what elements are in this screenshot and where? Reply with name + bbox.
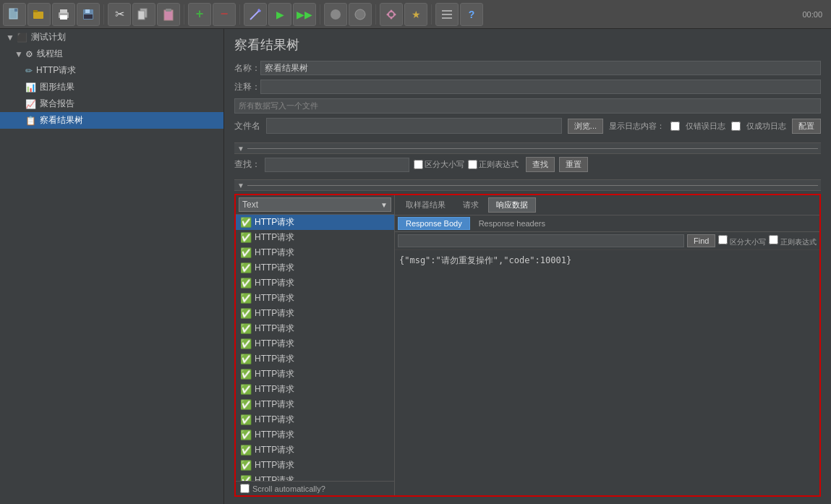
case-option[interactable]: 区分大小写 — [414, 159, 464, 170]
success-icon: ✅ — [240, 323, 252, 334]
tree-list-item[interactable]: ✅HTTP请求 — [236, 336, 394, 351]
main-layout: ▼ ⬛ 测试计划 ▼ ⚙ 线程组 ✏ HTTP请求 📊 图形结果 📈 聚合报告 — [0, 29, 831, 504]
new-button[interactable] — [3, 3, 26, 26]
run-button[interactable]: ▶ — [268, 3, 291, 26]
tree-list-item[interactable]: ✅HTTP请求 — [236, 291, 394, 306]
comment-label: 注释： — [234, 81, 260, 93]
regex-checkbox[interactable] — [468, 160, 477, 169]
tools-button[interactable] — [380, 3, 403, 26]
text-dropdown[interactable]: Text ▼ — [239, 197, 391, 212]
tree-list-item[interactable]: ✅HTTP请求 — [236, 412, 394, 427]
resp-regex-checkbox[interactable] — [769, 235, 778, 244]
tree-panel-header: Text ▼ — [236, 195, 394, 215]
sidebar-label-aggregate-report: 聚合报告 — [40, 98, 74, 110]
filename-input[interactable] — [266, 118, 562, 134]
response-find-button[interactable]: Find — [687, 234, 715, 247]
tree-list-item[interactable]: ✅HTTP请求 — [236, 427, 394, 443]
sidebar-item-test-plan[interactable]: ▼ ⬛ 测试计划 — [0, 29, 223, 46]
paste-button[interactable] — [157, 3, 180, 26]
open-button[interactable] — [27, 3, 51, 26]
tree-list: ✅HTTP请求✅HTTP请求✅HTTP请求✅HTTP请求✅HTTP请求✅HTTP… — [236, 215, 394, 481]
tab-sampler[interactable]: 取样器结果 — [398, 197, 453, 213]
search-options: 区分大小写 正则表达式 — [414, 159, 519, 170]
svg-point-17 — [355, 9, 365, 20]
runall-button[interactable]: ▶▶ — [293, 3, 316, 26]
response-tab-body[interactable]: Response Body — [398, 217, 470, 230]
dropdown-label: Text — [242, 200, 258, 210]
stop-button[interactable] — [324, 3, 347, 26]
response-search-input[interactable] — [398, 234, 684, 247]
help-button[interactable]: ? — [460, 3, 483, 26]
sidebar-item-graph-result[interactable]: 📊 图形结果 — [0, 79, 223, 95]
tree-list-item[interactable]: ✅HTTP请求 — [236, 351, 394, 367]
tree-list-item[interactable]: ✅HTTP请求 — [236, 367, 394, 382]
separator-6 — [431, 4, 432, 25]
sidebar-item-aggregate-report[interactable]: 📈 聚合报告 — [0, 95, 223, 112]
tree-list-item[interactable]: ✅HTTP请求 — [236, 276, 394, 291]
separator-1 — [103, 4, 104, 25]
response-body: {"msg":"请勿重复操作","code":10001} — [395, 250, 819, 495]
browse-button[interactable]: 浏览... — [568, 119, 603, 134]
config-button[interactable]: 配置 — [792, 119, 821, 134]
collapse-bar-2[interactable]: ▼ — [234, 179, 821, 191]
remove-button[interactable]: − — [213, 3, 236, 26]
resp-case-option[interactable]: 区分大小写 — [718, 235, 766, 247]
tree-list-item[interactable]: ✅HTTP请求 — [236, 443, 394, 458]
circle-button[interactable] — [349, 3, 372, 26]
tree-list-item[interactable]: ✅HTTP请求 — [236, 321, 394, 336]
tree-list-item[interactable]: ✅HTTP请求 — [236, 260, 394, 276]
search-row: 查找： 区分大小写 正则表达式 查找 重置 — [234, 157, 821, 172]
tree-list-item[interactable]: ✅HTTP请求 — [236, 215, 394, 230]
comment-input[interactable] — [260, 80, 821, 94]
find-button[interactable]: 查找 — [526, 157, 555, 172]
tree-list-item[interactable]: ✅HTTP请求 — [236, 473, 394, 481]
name-input[interactable] — [260, 61, 821, 75]
error-log-option[interactable]: 仅错误日志 — [670, 121, 725, 132]
success-icon: ✅ — [240, 369, 252, 380]
svg-rect-12 — [164, 10, 173, 20]
tree-list-item[interactable]: ✅HTTP请求 — [236, 245, 394, 260]
success-icon: ✅ — [240, 430, 252, 440]
copy-button[interactable] — [132, 3, 155, 26]
item-label: HTTP请求 — [255, 398, 294, 411]
list-button[interactable] — [435, 3, 459, 26]
svg-rect-6 — [60, 15, 67, 20]
reset-button[interactable]: 重置 — [559, 157, 588, 172]
sidebar-label-test-plan: 测试计划 — [31, 31, 66, 43]
resp-case-checkbox[interactable] — [718, 235, 728, 244]
dropdown-arrow: ▼ — [380, 201, 388, 209]
resp-regex-option[interactable]: 正则表达式 — [769, 235, 817, 247]
save-button[interactable] — [77, 3, 100, 26]
cut-button[interactable]: ✂ — [108, 3, 131, 26]
item-label: HTTP请求 — [255, 474, 294, 481]
add-button[interactable]: + — [188, 3, 211, 26]
print-button[interactable] — [52, 3, 75, 26]
svg-point-21 — [391, 9, 393, 12]
response-tab-headers[interactable]: Response headers — [471, 217, 553, 230]
success-icon: ✅ — [240, 247, 252, 258]
tree-list-item[interactable]: ✅HTTP请求 — [236, 458, 394, 473]
star-button[interactable]: ★ — [404, 3, 427, 26]
error-log-checkbox[interactable] — [670, 121, 680, 131]
success-icon: ✅ — [240, 384, 252, 395]
tree-list-item[interactable]: ✅HTTP请求 — [236, 397, 394, 412]
collapse-bar-1[interactable]: ▼ — [234, 142, 821, 154]
svg-rect-13 — [166, 9, 171, 12]
success-log-checkbox[interactable] — [731, 121, 741, 131]
tree-list-item[interactable]: ✅HTTP请求 — [236, 230, 394, 245]
case-checkbox[interactable] — [414, 160, 423, 169]
sidebar-item-thread-group[interactable]: ▼ ⚙ 线程组 — [0, 46, 223, 62]
sidebar-item-http-request[interactable]: ✏ HTTP请求 — [0, 62, 223, 79]
magic-button[interactable] — [244, 3, 267, 26]
tab-response[interactable]: 响应数据 — [488, 197, 536, 213]
success-log-option[interactable]: 仅成功日志 — [731, 121, 786, 132]
tree-list-item[interactable]: ✅HTTP请求 — [236, 382, 394, 397]
tree-list-item[interactable]: ✅HTTP请求 — [236, 306, 394, 321]
regex-option[interactable]: 正则表达式 — [468, 159, 519, 170]
sidebar-item-view-results-tree[interactable]: 📋 察看结果树 — [0, 112, 223, 129]
collapse-line-2 — [247, 185, 818, 186]
log-label: 显示日志内容： — [609, 121, 665, 132]
tab-request[interactable]: 请求 — [455, 197, 487, 213]
search-input[interactable] — [265, 158, 409, 172]
scroll-checkbox[interactable] — [240, 484, 250, 493]
